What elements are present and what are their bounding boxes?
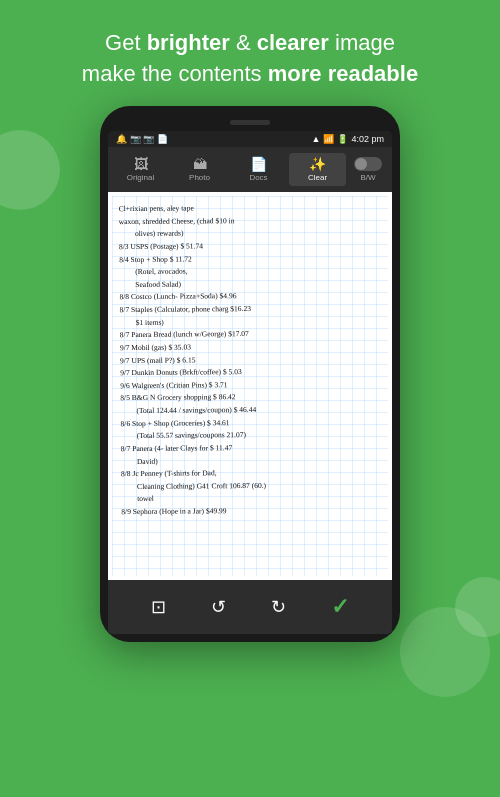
note-line-13: 9/7 UPS (mail P?) $ 6.15 — [120, 352, 380, 366]
battery-icon: 🔋 — [337, 134, 348, 144]
note-line-19: (Total 55.57 savings/coupons 21.07) — [121, 428, 381, 442]
undo-icon: ↺ — [211, 597, 226, 617]
document-area: Cl+rixian pens, aley tape waxon, shredde… — [108, 192, 392, 580]
note-line-9: 8/7 Staples (Calculator, phone charg $16… — [120, 301, 380, 315]
toolbar-docs-btn[interactable]: 📄 Docs — [230, 153, 287, 186]
toolbar-original-btn[interactable]: 🖼 Original — [112, 153, 169, 186]
header-section: Get brighter & clearer image make the co… — [0, 0, 500, 106]
original-icon: 🖼 — [134, 157, 148, 171]
time-display: 4:02 pm — [351, 134, 384, 144]
signal-icon: 📶 — [323, 134, 334, 144]
bw-label: B/W — [360, 173, 375, 182]
header-title: Get brighter & clearer image make the co… — [20, 28, 480, 90]
note-line-17: (Total 124.44 / savings/coupon) $ 46.44 — [120, 402, 380, 416]
header-clearer: clearer — [257, 30, 329, 55]
header-brighter: brighter — [147, 30, 230, 55]
note-line-2: waxon, shredded Cheese, (chad $10 in — [119, 213, 379, 227]
clear-label: Clear — [308, 173, 327, 182]
note-line-21: David) — [121, 453, 381, 467]
toolbar-bw-toggle[interactable]: B/W — [348, 153, 388, 186]
undo-button[interactable]: ↺ — [203, 592, 234, 622]
note-line-25: 8/9 Sephora (Hope in a Jar) $49.99 — [121, 503, 381, 517]
wifi-icon: ▲ — [312, 134, 321, 144]
app-toolbar: 🖼 Original 🏔 Photo 📄 Docs ✨ Clear — [108, 147, 392, 192]
note-line-16: 8/5 B&G N Grocery shopping $ 86.42 — [120, 390, 380, 404]
note-line-23: Cleaning Clothing) G41 Croft 106.87 (60.… — [121, 478, 381, 492]
status-left-icons: 🔔 📷 📷 📄 — [116, 134, 168, 144]
crop-icon: ⊡ — [151, 597, 166, 617]
note-line-7: Seafood Salad) — [119, 276, 379, 290]
header-line2-prefix: make the contents — [82, 61, 268, 86]
bg-circle-bottom — [400, 607, 490, 697]
toolbar-photo-btn[interactable]: 🏔 Photo — [171, 153, 228, 186]
crop-button[interactable]: ⊡ — [143, 592, 174, 622]
redo-button[interactable]: ↻ — [263, 592, 294, 622]
check-icon: ✓ — [331, 594, 349, 619]
phone-wrapper: 🔔 📷 📷 📄 ▲ 📶 🔋 4:02 pm 🖼 Original 🏔 P — [0, 106, 500, 642]
note-line-15: 9/6 Walgreen's (Critian Pins) $ 3.71 — [120, 377, 380, 391]
note-line-5: 8/4 Stop + Shop $ 11.72 — [119, 251, 379, 265]
toolbar-clear-btn[interactable]: ✨ Clear — [289, 153, 346, 186]
note-line-12: 9/7 Mobil (gas) $ 35.03 — [120, 339, 380, 353]
note-line-3: olives) rewards) — [119, 226, 379, 240]
confirm-button[interactable]: ✓ — [323, 590, 357, 624]
note-line-10: $1 items) — [120, 314, 380, 328]
photo-label: Photo — [189, 173, 210, 182]
photo-icon: 🏔 — [193, 157, 207, 171]
note-line-22: 8/8 Jc Penney (T-shirts for Dad, — [121, 466, 381, 480]
note-line-8: 8/8 Costco (Lunch- Pizza+Soda) $4.96 — [119, 289, 379, 303]
note-lines: Cl+rixian pens, aley tape waxon, shredde… — [112, 196, 388, 525]
clear-icon: ✨ — [309, 157, 326, 171]
note-line-6: (Rotel, avocados, — [119, 264, 379, 278]
note-line-1: Cl+rixian pens, aley tape — [119, 200, 379, 214]
note-line-14: 9/7 Dunkin Donuts (Brkft/coffee) $ 5.03 — [120, 365, 380, 379]
header-more-readable: more readable — [268, 61, 418, 86]
toggle-knob — [355, 158, 367, 170]
phone-top-bar — [108, 118, 392, 127]
phone: 🔔 📷 📷 📄 ▲ 📶 🔋 4:02 pm 🖼 Original 🏔 P — [100, 106, 400, 642]
note-line-24: towel — [121, 491, 381, 505]
phone-screen: 🔔 📷 📷 📄 ▲ 📶 🔋 4:02 pm 🖼 Original 🏔 P — [108, 131, 392, 634]
header-amp: & — [230, 30, 257, 55]
note-line-4: 8/3 USPS (Postage) $ 51.74 — [119, 238, 379, 252]
original-label: Original — [127, 173, 155, 182]
header-line1-prefix: Get — [105, 30, 147, 55]
status-right-icons: ▲ 📶 🔋 4:02 pm — [312, 134, 384, 144]
header-line1-end: image — [329, 30, 395, 55]
note-line-18: 8/6 Stop + Shop (Groceries) $ 34.61 — [121, 415, 381, 429]
docs-label: Docs — [249, 173, 267, 182]
redo-icon: ↻ — [271, 597, 286, 617]
docs-icon: 📄 — [250, 157, 267, 171]
bottom-toolbar: ⊡ ↺ ↻ ✓ — [108, 580, 392, 634]
phone-speaker — [230, 120, 270, 125]
toggle-switch[interactable] — [354, 157, 382, 171]
note-line-20: 8/7 Panera (4- later Clays for $ 11.47 — [121, 440, 381, 454]
notification-icons: 🔔 📷 📷 📄 — [116, 134, 168, 144]
note-line-11: 8/7 Panera Bread (lunch w/George) $17.07 — [120, 327, 380, 341]
grid-paper: Cl+rixian pens, aley tape waxon, shredde… — [112, 196, 388, 576]
status-bar: 🔔 📷 📷 📄 ▲ 📶 🔋 4:02 pm — [108, 131, 392, 147]
